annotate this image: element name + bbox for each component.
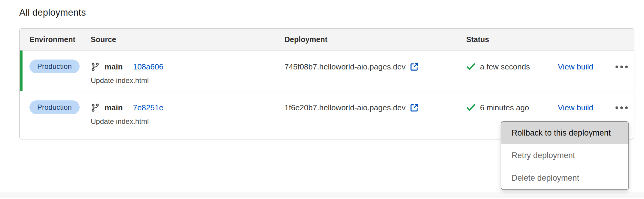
branch-name: main (105, 62, 123, 72)
commit-link[interactable]: 108a606 (133, 62, 163, 72)
check-icon (466, 103, 475, 112)
column-header-deployment: Deployment (284, 35, 466, 44)
deployment-row: Production main 108a606 Update index.htm… (20, 51, 634, 91)
deployment-actions-menu: Rollback to this deployment Retry deploy… (501, 121, 629, 190)
git-branch-icon (91, 103, 100, 112)
status-time: a few seconds (480, 62, 530, 72)
status-time: 6 minutes ago (480, 103, 529, 112)
column-header-environment: Environment (29, 35, 91, 44)
git-branch-icon (91, 62, 100, 71)
row-actions-menu-button[interactable] (615, 60, 628, 74)
current-deployment-indicator (20, 51, 23, 91)
commit-message: Update index.html (91, 117, 284, 126)
menu-item-delete[interactable]: Delete deployment (501, 167, 628, 189)
deployment-url: 1f6e20b7.helloworld-aio.pages.dev (284, 103, 406, 112)
external-link-icon[interactable] (410, 103, 419, 112)
deployment-url: 745f08b7.helloworld-aio.pages.dev (284, 62, 406, 72)
view-build-link[interactable]: View build (558, 103, 593, 112)
check-icon (466, 63, 475, 71)
table-header-row: Environment Source Deployment Status (20, 29, 634, 51)
view-build-link[interactable]: View build (558, 62, 593, 72)
external-link-icon[interactable] (410, 62, 419, 71)
column-header-source: Source (91, 35, 284, 44)
ellipsis-icon (615, 66, 618, 68)
commit-message: Update index.html (91, 76, 284, 85)
menu-item-rollback[interactable]: Rollback to this deployment (501, 122, 628, 144)
environment-badge: Production (29, 100, 80, 114)
ellipsis-icon (615, 106, 618, 109)
section-divider-band (0, 192, 644, 197)
commit-link[interactable]: 7e8251e (133, 103, 163, 112)
column-header-status: Status (466, 35, 558, 44)
row-actions-menu-button[interactable] (615, 100, 628, 115)
next-section-edge (0, 197, 644, 199)
menu-item-retry[interactable]: Retry deployment (501, 144, 628, 167)
branch-name: main (105, 103, 123, 112)
page-title: All deployments (19, 7, 86, 18)
environment-badge: Production (29, 60, 80, 73)
